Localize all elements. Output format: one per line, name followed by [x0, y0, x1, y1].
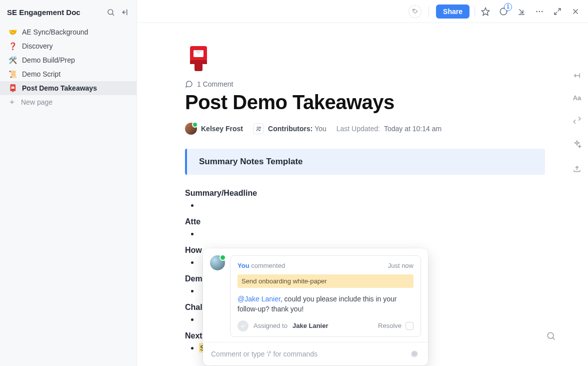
svg-line-14 [558, 9, 560, 11]
check-icon [238, 320, 248, 331]
sidebar: SE Engagement Doc 🤝 AE Sync/Background ❓… [0, 0, 137, 366]
more-icon[interactable] [534, 6, 545, 17]
callout[interactable]: Summary Notes Template [185, 149, 545, 175]
mention[interactable]: @Jake Lanier [238, 295, 280, 303]
resolve-checkbox[interactable] [406, 322, 414, 330]
main: Share 1 [137, 0, 588, 366]
sidebar-item-demo-script[interactable]: 📜 Demo Script [0, 67, 136, 81]
expand-icon[interactable] [552, 6, 563, 17]
tools-icon: 🛠️ [8, 56, 17, 64]
resolve-label: Resolve [378, 322, 402, 329]
resolve-button[interactable]: Resolve [378, 322, 414, 330]
contributors-icon [253, 123, 264, 134]
svg-rect-20 [194, 63, 202, 71]
contributors-label: Contributors: [268, 125, 312, 133]
download-icon[interactable] [516, 6, 527, 17]
page-icon[interactable] [185, 43, 212, 73]
sidebar-item-label: Discovery [22, 42, 52, 50]
svg-line-15 [554, 12, 557, 14]
sidebar-item-label: Demo Build/Prep [22, 56, 75, 64]
comment-popover: You commented Just now Send onboarding w… [203, 248, 428, 365]
right-rail: Aa [566, 70, 588, 174]
close-icon[interactable] [570, 6, 581, 17]
assignee[interactable]: Jake Lanier [292, 322, 328, 329]
handshake-icon: 🤝 [8, 28, 17, 36]
share-button[interactable]: Share [436, 5, 470, 19]
topbar: Share 1 [137, 0, 588, 23]
list-item[interactable] [199, 228, 545, 239]
sidebar-item-ae-sync[interactable]: 🤝 AE Sync/Background [0, 25, 136, 39]
author-chip[interactable]: Kelsey Frost [185, 123, 243, 135]
svg-point-12 [539, 11, 540, 12]
author-name: Kelsey Frost [201, 125, 243, 133]
section-summary[interactable]: Summary/Headline [185, 189, 545, 198]
outdent-icon[interactable] [572, 70, 582, 81]
scroll-icon: 📜 [8, 70, 17, 78]
sidebar-item-label: Demo Script [22, 70, 60, 78]
upload-icon[interactable] [572, 163, 582, 174]
comment-author: You [238, 262, 250, 269]
typography-icon[interactable]: Aa [573, 94, 582, 102]
plus-icon [8, 98, 16, 106]
svg-point-29 [548, 332, 554, 338]
sidebar-item-post-demo[interactable]: 📮 Post Demo Takeaways [0, 81, 136, 95]
send-icon[interactable] [409, 348, 420, 359]
svg-point-0 [108, 9, 112, 14]
sidebar-item-label: Post Demo Takeaways [22, 84, 97, 92]
page-title[interactable]: Post Demo Takeaways [185, 91, 545, 114]
divider [474, 6, 475, 17]
svg-point-24 [259, 127, 260, 128]
comment-verb: commented [251, 262, 285, 269]
comment-card: You commented Just now Send onboarding w… [230, 255, 421, 337]
svg-point-11 [536, 11, 538, 12]
svg-point-13 [542, 11, 543, 12]
divider [428, 6, 429, 17]
search-icon[interactable] [106, 7, 116, 17]
sidebar-item-label: AE Sync/Background [22, 28, 88, 36]
svg-line-1 [112, 14, 114, 15]
star-icon[interactable] [480, 6, 491, 17]
svg-point-6 [414, 10, 414, 11]
tag-icon[interactable] [408, 5, 422, 18]
document-scroll[interactable]: 1 Comment Post Demo Takeaways Kelsey Fro… [137, 23, 588, 366]
avatar [185, 123, 197, 135]
assigned-label: Assigned to [254, 322, 288, 329]
comment-count: 1 Comment [197, 80, 233, 88]
updated-chip: Last Updated: Today at 10:14 am [336, 125, 442, 133]
avatar [210, 255, 225, 270]
sidebar-header: SE Engagement Doc [0, 0, 136, 22]
comment-input[interactable] [211, 350, 404, 358]
contributors-chip[interactable]: Contributors: You [253, 123, 326, 134]
callout-title: Summary Notes Template [199, 157, 533, 167]
sidebar-item-discovery[interactable]: ❓ Discovery [0, 39, 136, 53]
comment-text: @Jake Lanier, could you please include t… [238, 294, 414, 314]
notifications-icon[interactable]: 1 [498, 6, 509, 17]
section-attendees[interactable]: Atte [185, 217, 545, 226]
updated-value: Today at 10:14 am [384, 125, 442, 133]
contributors-value: You [314, 125, 326, 133]
comment-quote: Send onboarding white-paper [238, 274, 414, 288]
convert-icon[interactable] [572, 115, 582, 126]
comment-input-row [203, 342, 428, 365]
list-item[interactable] [199, 200, 545, 210]
sidebar-item-new-page[interactable]: New page [0, 95, 136, 109]
svg-point-23 [257, 127, 259, 129]
document: 1 Comment Post Demo Takeaways Kelsey Fro… [185, 43, 545, 353]
meta-row: Kelsey Frost Contributors: You Last Upda… [185, 123, 545, 135]
collapse-sidebar-icon[interactable] [120, 7, 130, 17]
comment-count-row[interactable]: 1 Comment [185, 80, 545, 88]
sparkle-icon[interactable] [572, 139, 582, 150]
question-icon: ❓ [8, 42, 17, 50]
comment-time: Just now [388, 262, 414, 269]
sidebar-item-demo-build[interactable]: 🛠️ Demo Build/Prep [0, 53, 136, 67]
comment-icon [185, 80, 193, 88]
sidebar-item-label: New page [21, 98, 52, 106]
svg-line-9 [520, 9, 524, 13]
svg-marker-7 [482, 8, 490, 15]
svg-line-30 [553, 338, 555, 340]
postbox-icon: 📮 [8, 84, 17, 92]
workspace-title: SE Engagement Doc [7, 8, 102, 17]
sidebar-nav: 🤝 AE Sync/Background ❓ Discovery 🛠️ Demo… [0, 22, 136, 109]
updated-label: Last Updated: [336, 125, 380, 133]
floating-search-icon[interactable] [544, 329, 558, 343]
